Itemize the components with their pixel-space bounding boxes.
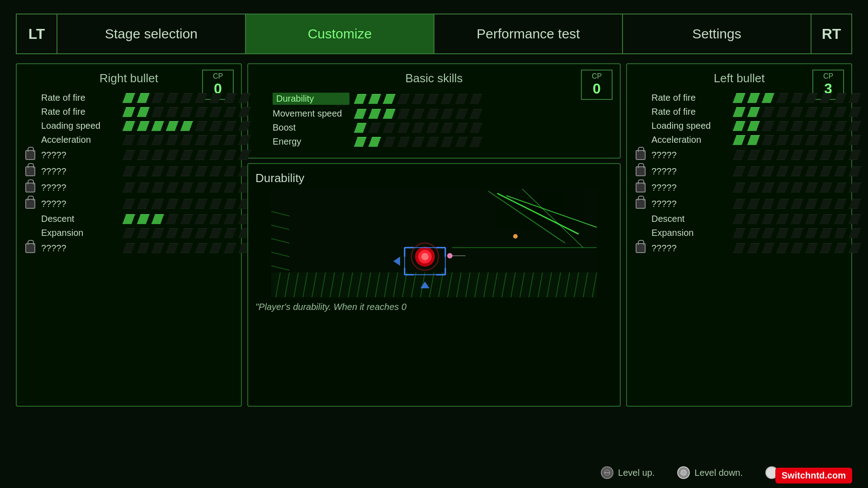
nav-item-settings[interactable]: Settings: [623, 14, 811, 53]
preview-description: "Player's durability. When it reaches 0: [255, 302, 613, 312]
preview-area: [255, 189, 613, 297]
stat-row: Descent: [634, 214, 844, 224]
switch-logo: Switchntd.com: [775, 468, 852, 483]
stat-row: ?????: [634, 181, 844, 194]
level-up-icon: [601, 466, 613, 479]
stat-row: Rate of fire: [634, 93, 844, 103]
left-bullet-header: Left bullet CP 3: [634, 71, 844, 85]
basic-skills-cp-box: CP 0: [581, 70, 613, 100]
nav-item-performance-test[interactable]: Performance test: [434, 14, 623, 53]
right-bullet-header: Right bullet CP 0: [24, 71, 234, 85]
center-panel: Basic skills CP 0 DurabilityMovement spe…: [247, 63, 621, 407]
svg-point-69: [609, 472, 610, 474]
svg-point-70: [681, 470, 686, 475]
stat-row: ?????: [634, 165, 844, 178]
left-bullet-stats: Rate of fireRate of fireLoading speedAcc…: [634, 93, 844, 254]
nav-items: Stage selection Customize Performance te…: [57, 14, 811, 53]
basic-skills-cp-value: 0: [593, 80, 601, 97]
level-down-label: Level down.: [694, 468, 743, 478]
stat-row: ?????: [634, 197, 844, 210]
level-up-action: Level up.: [601, 466, 655, 479]
stat-row: ?????: [24, 181, 234, 194]
stat-row: Rate of fire: [24, 93, 234, 103]
stat-row: Acceleration: [634, 135, 844, 145]
switch-logo-text: Switchntd.com: [782, 470, 846, 480]
stat-row: ?????: [24, 197, 234, 210]
svg-point-68: [607, 472, 608, 474]
stat-row: Loading speed: [24, 121, 234, 131]
right-bullet-title: Right bullet: [99, 71, 158, 85]
left-bullet-title: Left bullet: [714, 71, 765, 85]
preview-panel: Durability: [247, 163, 621, 407]
level-up-label: Level up.: [618, 468, 655, 478]
main-content: Right bullet CP 0 Rate of fireRate of fi…: [16, 63, 852, 407]
stat-row: Loading speed: [634, 121, 844, 131]
stat-row: Expansion: [24, 228, 234, 238]
basic-skills-stats: DurabilityMovement speedBoostEnergy: [255, 93, 613, 147]
stat-row: ?????: [24, 242, 234, 254]
left-bullet-panel: Left bullet CP 3 Rate of fireRate of fir…: [626, 63, 852, 407]
svg-point-67: [605, 472, 606, 474]
nav-item-customize[interactable]: Customize: [246, 14, 434, 53]
right-bullet-panel: Right bullet CP 0 Rate of fireRate of fi…: [16, 63, 242, 407]
basic-skills-cp-label: CP: [592, 72, 602, 80]
stat-row: ?????: [24, 149, 234, 161]
svg-point-47: [513, 234, 518, 239]
stat-row: Descent: [24, 214, 234, 224]
stat-row: Expansion: [634, 228, 844, 238]
basic-skills-header: Basic skills CP 0: [255, 71, 613, 85]
stat-row: Energy: [255, 136, 613, 147]
stat-row: Movement speed: [255, 108, 613, 119]
top-nav: LT Stage selection Customize Performance…: [16, 14, 852, 54]
stat-row: Durability: [255, 93, 613, 105]
basic-skills-title: Basic skills: [405, 71, 462, 85]
stat-row: Rate of fire: [24, 107, 234, 117]
nav-item-stage-selection[interactable]: Stage selection: [57, 14, 246, 53]
right-bullet-cp-label: CP: [213, 72, 223, 80]
left-trigger[interactable]: LT: [17, 14, 57, 53]
right-trigger[interactable]: RT: [811, 14, 851, 53]
preview-title: Durability: [255, 171, 613, 185]
stat-row: ?????: [24, 165, 234, 178]
right-bullet-stats: Rate of fireRate of fireLoading speedAcc…: [24, 93, 234, 254]
stat-row: ?????: [634, 242, 844, 254]
left-bullet-cp-label: CP: [823, 72, 833, 80]
level-down-action: Level down.: [677, 466, 743, 479]
stat-row: ?????: [634, 149, 844, 161]
stat-row: Acceleration: [24, 135, 234, 145]
stat-row: Boost: [255, 122, 613, 133]
game-scene-svg: [255, 189, 613, 297]
svg-point-51: [421, 253, 429, 260]
level-down-icon: [677, 466, 690, 479]
stat-row: Rate of fire: [634, 107, 844, 117]
basic-skills-panel: Basic skills CP 0 DurabilityMovement spe…: [247, 63, 621, 159]
